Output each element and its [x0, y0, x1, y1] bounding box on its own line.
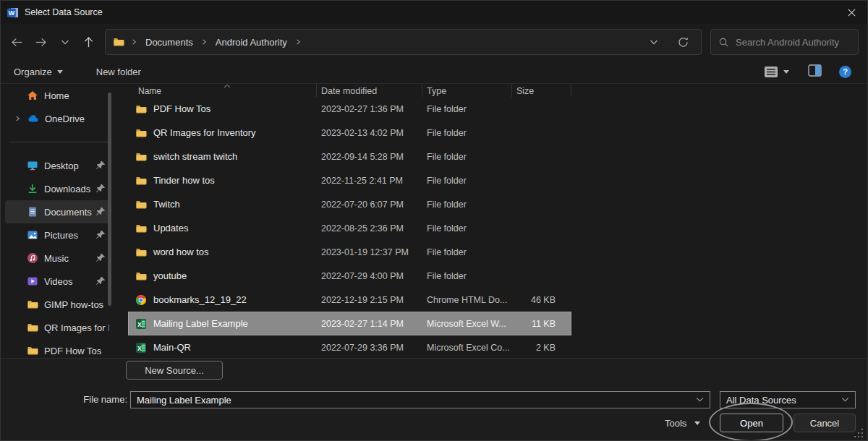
file-row-bookmarks-12-19-22[interactable]: bookmarks_12_19_222022-12-19 2:15 PMChro…: [128, 288, 571, 312]
title-bar: W Select Data Source: [1, 1, 867, 24]
file-row-switch-stream-twitch[interactable]: switch stream twitch2022-09-14 5:28 PMFi…: [128, 145, 571, 168]
file-row-qr-images-for-inventory[interactable]: QR Images for Inventory2023-02-13 4:02 P…: [128, 121, 571, 145]
file-row-youtube[interactable]: youtube2022-07-29 4:00 PMFile folder: [128, 264, 571, 288]
sidebar-item-qr-images-for-inventory[interactable]: QR Images for Inventory: [5, 316, 109, 339]
videos-icon: [27, 275, 38, 287]
recent-locations-button[interactable]: [53, 29, 77, 55]
sidebar-item-gimp-how-tos[interactable]: GIMP how-tos: [5, 293, 109, 316]
file-name: switch stream twitch: [153, 151, 237, 162]
file-name-combobox[interactable]: [130, 391, 710, 408]
folder-icon: [135, 247, 147, 258]
music-icon: [27, 252, 38, 264]
file-name-label: File name:: [66, 394, 127, 405]
sidebar-item-documents[interactable]: Documents: [5, 200, 109, 223]
cancel-button[interactable]: Cancel: [793, 414, 856, 432]
close-icon: [847, 8, 856, 17]
file-date-modified: 2022-07-29 3:36 PM: [317, 343, 422, 353]
resize-grip[interactable]: [854, 429, 856, 430]
sidebar-item-pictures[interactable]: Pictures: [5, 223, 109, 247]
folder-icon: [27, 322, 38, 333]
file-date-modified: 2022-08-25 2:36 PM: [317, 223, 422, 234]
help-button[interactable]: ?: [839, 66, 851, 78]
downloads-icon: [27, 183, 38, 194]
search-box[interactable]: [710, 29, 859, 55]
file-size: 11 KB: [512, 319, 563, 329]
file-rows: PDF How Tos2023-02-27 1:36 PMFile folder…: [128, 97, 571, 358]
file-type: File folder: [422, 200, 512, 210]
file-date-modified: 2022-07-20 6:07 PM: [317, 200, 422, 210]
dialog-content: HomeOneDriveDesktopDownloadsDocumentsPic…: [1, 84, 867, 358]
file-date-modified: 2022-12-19 2:15 PM: [317, 295, 422, 305]
breadcrumb-item-documents[interactable]: Documents: [144, 37, 195, 48]
sidebar-item-music[interactable]: Music: [5, 247, 109, 270]
sidebar-item-onedrive[interactable]: OneDrive: [5, 107, 109, 130]
excel-icon: X: [135, 342, 147, 354]
pictures-icon: [27, 229, 38, 241]
file-row-twitch[interactable]: Twitch2022-07-20 6:07 PMFile folder: [128, 192, 571, 216]
address-bar[interactable]: DocumentsAndroid Authority: [105, 29, 702, 55]
column-header-size[interactable]: Size: [512, 84, 571, 97]
chrome-icon: [135, 294, 147, 306]
file-type: Microsoft Excel W...: [422, 319, 512, 329]
back-button[interactable]: [5, 29, 29, 55]
forward-button[interactable]: [29, 29, 53, 55]
open-button[interactable]: Open: [720, 414, 783, 432]
sidebar-scrollbar[interactable]: [108, 93, 111, 306]
file-date-modified: 2023-02-13 4:02 PM: [317, 128, 422, 138]
file-type: File folder: [422, 271, 512, 281]
folder-icon: [135, 199, 147, 210]
refresh-icon[interactable]: [677, 36, 689, 48]
new-source-button[interactable]: New Source...: [126, 361, 223, 380]
chevron-down-icon[interactable]: [696, 397, 704, 403]
sidebar-item-desktop[interactable]: Desktop: [5, 154, 109, 177]
up-button[interactable]: [77, 29, 101, 55]
preview-pane-button[interactable]: [808, 64, 822, 79]
organize-button[interactable]: Organize: [14, 67, 63, 77]
excel-icon: X: [135, 318, 147, 330]
file-name: Main-QR: [153, 342, 191, 353]
chevron-right-icon: [201, 38, 208, 46]
search-input[interactable]: [736, 37, 851, 48]
file-row-pdf-how-tos[interactable]: PDF How Tos2023-02-27 1:36 PMFile folder: [128, 97, 571, 121]
file-row-main-qr[interactable]: XMain-QR2022-07-29 3:36 PMMicrosoft Exce…: [128, 335, 571, 358]
expand-chevron-icon[interactable]: [8, 115, 27, 122]
address-dropdown-icon[interactable]: [650, 39, 658, 46]
file-row-updates[interactable]: Updates2022-08-25 2:36 PMFile folder: [128, 216, 571, 240]
file-type: Chrome HTML Do...: [422, 295, 512, 305]
tools-dropdown[interactable]: Tools: [665, 414, 700, 432]
sidebar-item-videos[interactable]: Videos: [5, 270, 109, 293]
pin-icon: [93, 184, 108, 194]
documents-icon: [27, 206, 38, 218]
sidebar-item-home[interactable]: Home: [5, 84, 109, 107]
pin-icon: [93, 160, 108, 171]
file-row-word-how-tos[interactable]: word how tos2023-01-19 12:37 PMFile fold…: [128, 240, 571, 264]
caret-down-icon: [57, 70, 63, 74]
caret-down-icon: [694, 421, 700, 425]
sidebar-items: HomeOneDriveDesktopDownloadsDocumentsPic…: [1, 84, 116, 358]
column-header-name[interactable]: Name: [116, 84, 317, 97]
file-type-filter-dropdown[interactable]: All Data Sources: [720, 391, 856, 408]
pin-icon: [93, 207, 108, 217]
new-folder-button[interactable]: New folder: [96, 67, 141, 77]
close-button[interactable]: [835, 1, 867, 24]
column-header-date-modified[interactable]: Date modified: [317, 84, 422, 97]
caret-down-icon: [783, 70, 789, 74]
sidebar-divider: [9, 142, 108, 142]
file-row-mailing-label-example[interactable]: XMailing Label Example2023-02-27 1:14 PM…: [128, 312, 571, 335]
file-type: File folder: [422, 247, 512, 257]
breadcrumb-item-android-authority[interactable]: Android Authority: [214, 37, 289, 48]
folder-icon: [27, 345, 38, 356]
svg-text:X: X: [137, 320, 142, 327]
change-view-button[interactable]: [764, 66, 789, 78]
file-name: Twitch: [153, 199, 180, 210]
file-list: NameDate modifiedTypeSize PDF How Tos202…: [116, 84, 867, 358]
sidebar-item-pdf-how-tos[interactable]: PDF How Tos: [5, 339, 109, 358]
file-date-modified: 2023-01-19 12:37 PM: [317, 247, 422, 257]
file-row-tinder-how-tos[interactable]: Tinder how tos2022-11-25 2:41 PMFile fol…: [128, 168, 571, 192]
file-name: youtube: [153, 270, 187, 281]
new-folder-label: New folder: [96, 67, 141, 77]
pin-icon: [93, 253, 108, 263]
sidebar-item-downloads[interactable]: Downloads: [5, 177, 109, 200]
file-name-input[interactable]: [137, 395, 696, 406]
column-header-type[interactable]: Type: [422, 84, 512, 97]
